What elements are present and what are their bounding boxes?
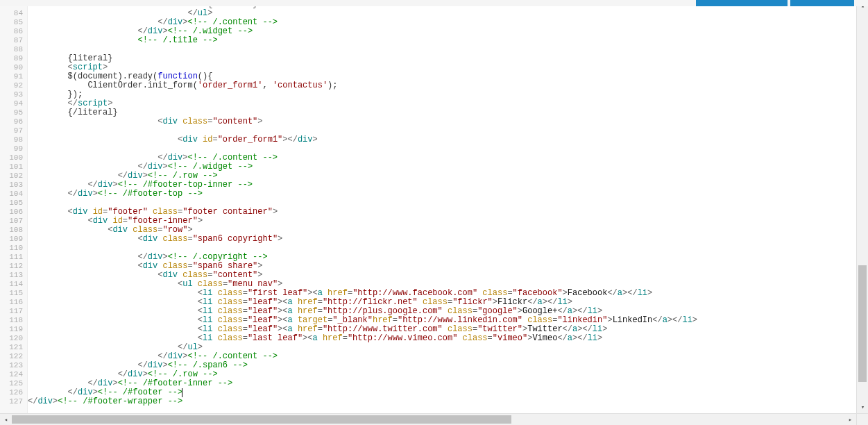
code-content[interactable]: {/section} </ul> </div><!-- /.content --… bbox=[28, 0, 856, 413]
line-number: 117 bbox=[0, 307, 23, 316]
code-token: "last leaf" bbox=[248, 333, 303, 343]
code-line[interactable]: </div><!-- /#footer-top --> bbox=[28, 190, 856, 199]
code-token: a bbox=[313, 333, 318, 343]
code-token: = bbox=[243, 297, 248, 307]
code-line[interactable]: ClientOrder.init_form('order_form1', 'co… bbox=[28, 81, 856, 90]
horizontal-scrollbar[interactable]: ◂ ▸ bbox=[0, 413, 856, 425]
code-token: div bbox=[148, 162, 163, 172]
toolbar-button-1[interactable] bbox=[696, 0, 788, 6]
code-token: div bbox=[148, 26, 163, 36]
code-token: class bbox=[448, 306, 473, 316]
code-line[interactable]: <div class="span6 copyright"> bbox=[28, 235, 856, 244]
scroll-right-button[interactable]: ▸ bbox=[844, 414, 856, 425]
code-token: "menu nav" bbox=[228, 279, 278, 289]
code-token: div bbox=[128, 369, 143, 379]
code-token: Google+ bbox=[522, 306, 557, 316]
code-line[interactable]: {literal} bbox=[28, 54, 856, 63]
code-token: "footer-inner" bbox=[128, 216, 198, 226]
editor-window: 8384858687888990919293949596979899100101… bbox=[0, 0, 868, 425]
code-token: > bbox=[273, 207, 278, 217]
code-token: div bbox=[93, 216, 108, 226]
code-token: div bbox=[128, 171, 143, 181]
code-token: > bbox=[93, 189, 98, 199]
code-token: href bbox=[298, 306, 318, 316]
line-number-gutter: 8384858687888990919293949596979899100101… bbox=[0, 0, 28, 413]
code-token: > bbox=[112, 378, 117, 388]
vertical-scroll-thumb[interactable] bbox=[858, 265, 867, 382]
line-number: 103 bbox=[0, 181, 23, 190]
line-number: 104 bbox=[0, 190, 23, 199]
horizontal-scroll-thumb[interactable] bbox=[12, 415, 511, 424]
code-line[interactable]: }); bbox=[28, 90, 856, 99]
code-token: > bbox=[108, 99, 112, 108]
code-token: div bbox=[37, 397, 53, 406]
code-token: ul bbox=[187, 342, 197, 352]
code-token: div bbox=[182, 135, 198, 144]
code-token: > bbox=[278, 234, 282, 244]
code-token: div bbox=[78, 189, 93, 199]
horizontal-scroll-track[interactable] bbox=[12, 414, 844, 425]
code-token: <!-- /.widget --> bbox=[168, 162, 253, 172]
code-token: script bbox=[78, 99, 108, 108]
vertical-scrollbar[interactable]: ▴ ▾ bbox=[856, 0, 868, 413]
code-token: > bbox=[597, 306, 602, 316]
code-token: li bbox=[203, 297, 212, 307]
line-number: 86 bbox=[0, 27, 23, 36]
code-token: > bbox=[143, 171, 148, 181]
code-token: li bbox=[203, 315, 212, 325]
code-token: = bbox=[243, 333, 248, 343]
code-token: <!-- /.content --> bbox=[187, 351, 278, 361]
line-number: 93 bbox=[0, 90, 23, 99]
line-number: 105 bbox=[0, 199, 23, 208]
code-line[interactable]: <!-- /.title --> bbox=[28, 36, 856, 45]
code-token: li bbox=[682, 315, 692, 325]
vertical-scroll-track[interactable] bbox=[857, 12, 868, 401]
code-token: div bbox=[298, 135, 313, 144]
code-token: </ bbox=[158, 17, 167, 27]
code-token: href bbox=[327, 288, 348, 298]
code-line[interactable]: <div id="order_form1"></div> bbox=[28, 135, 856, 144]
code-token: > bbox=[162, 252, 167, 262]
code-token: li bbox=[638, 288, 647, 298]
editor-area[interactable]: 8384858687888990919293949596979899100101… bbox=[0, 0, 856, 413]
code-token: >< bbox=[303, 333, 312, 343]
code-token: "http://www.twitter.com" bbox=[323, 324, 443, 334]
toolbar-button-2[interactable] bbox=[790, 0, 854, 6]
scroll-left-button[interactable]: ◂ bbox=[0, 414, 12, 425]
code-line[interactable] bbox=[28, 45, 856, 54]
code-token: ></ bbox=[282, 135, 298, 144]
code-token: "google" bbox=[477, 306, 518, 316]
code-token: >< bbox=[307, 288, 317, 298]
code-token: class bbox=[463, 333, 488, 343]
code-token: "http://plus.google.com" bbox=[323, 306, 443, 316]
code-token: </ bbox=[563, 324, 572, 334]
code-token: <!-- /#footer --> bbox=[98, 388, 182, 397]
code-token: ></ bbox=[667, 315, 683, 325]
code-token: > bbox=[187, 225, 192, 235]
code-line[interactable]: </div><!-- /#footer-wrapper --> bbox=[28, 397, 856, 406]
code-token: class bbox=[218, 306, 243, 316]
code-token: div bbox=[162, 117, 178, 126]
code-token: </ bbox=[178, 342, 187, 352]
scroll-down-button[interactable]: ▾ bbox=[857, 401, 868, 413]
code-token: < bbox=[198, 306, 203, 316]
code-token: LinkedIn bbox=[613, 315, 653, 325]
line-number: 101 bbox=[0, 162, 23, 172]
line-number: 102 bbox=[0, 172, 23, 181]
code-token: class bbox=[527, 315, 552, 325]
code-token: div bbox=[78, 388, 93, 397]
code-token: div bbox=[168, 351, 183, 361]
code-token: >< bbox=[278, 324, 287, 334]
line-number: 91 bbox=[0, 72, 23, 81]
code-line[interactable]: <div class="content"> bbox=[28, 117, 856, 126]
code-line[interactable]: </script> bbox=[28, 99, 856, 108]
code-token: 'order_form1' bbox=[198, 81, 263, 90]
code-token: = bbox=[507, 288, 512, 298]
code-token: > bbox=[257, 117, 262, 126]
code-token: li bbox=[588, 306, 597, 316]
code-token: "order_form1" bbox=[218, 135, 283, 144]
code-token: "first leaf" bbox=[248, 288, 307, 298]
code-token: </ bbox=[68, 189, 78, 199]
code-token: <!-- /#footer-top --> bbox=[98, 189, 203, 199]
code-token: "_blank" bbox=[332, 315, 373, 325]
